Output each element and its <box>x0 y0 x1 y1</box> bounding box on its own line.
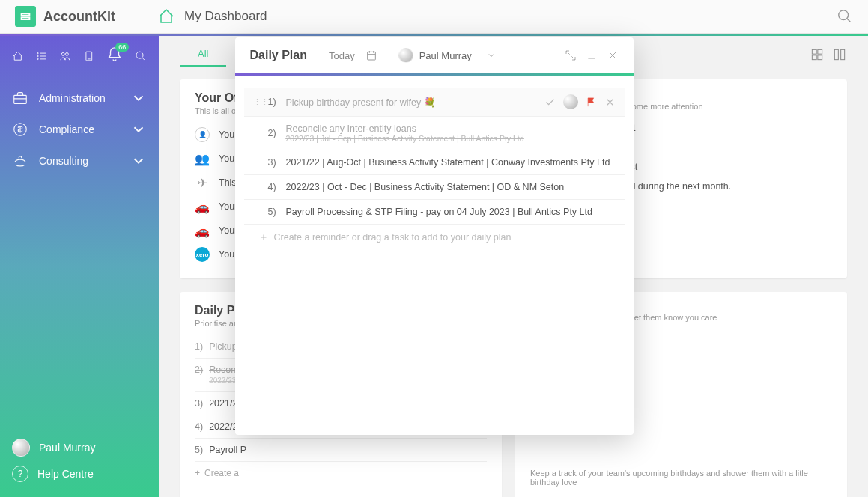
check-icon[interactable] <box>544 97 556 108</box>
chevron-down-icon <box>487 51 496 60</box>
avatar[interactable] <box>563 94 578 109</box>
modal-actions <box>565 49 619 61</box>
today-label[interactable]: Today <box>329 50 355 61</box>
close-icon[interactable] <box>604 97 616 108</box>
svg-line-34 <box>571 56 575 60</box>
modal-backdrop: Daily Plan Today Paul Murray ⋮⋮ 1) Picku… <box>0 0 868 497</box>
task-row[interactable]: 5) Payroll Processing & STP Filing - pay… <box>244 200 625 225</box>
flag-icon[interactable] <box>586 97 597 108</box>
drag-handle-icon[interactable]: ⋮⋮ <box>253 97 262 107</box>
modal-header: Daily Plan Today Paul Murray <box>235 37 634 73</box>
collapse-icon[interactable] <box>565 49 577 61</box>
task-row[interactable]: 3) 2021/22 | Aug-Oct | Business Activity… <box>244 150 625 175</box>
close-icon[interactable] <box>607 49 619 61</box>
task-row[interactable]: ⋮⋮ 1) Pickup birthday present for wifey … <box>244 88 625 117</box>
minimize-icon[interactable] <box>586 49 598 61</box>
create-reminder[interactable]: Create a reminder or drag a task to add … <box>244 225 625 250</box>
modal-body: ⋮⋮ 1) Pickup birthday present for wifey … <box>235 76 634 435</box>
daily-plan-modal: Daily Plan Today Paul Murray ⋮⋮ 1) Picku… <box>235 37 634 435</box>
plus-icon <box>259 233 268 242</box>
calendar-icon[interactable] <box>365 49 377 61</box>
svg-line-33 <box>566 51 570 55</box>
task-row[interactable]: 2) Reconcile any Inter-entity loans2022/… <box>244 117 625 150</box>
modal-title: Daily Plan <box>250 49 307 62</box>
user-name: Paul Murray <box>419 50 472 61</box>
avatar <box>398 48 413 63</box>
task-row[interactable]: 4) 2022/23 | Oct - Dec | Business Activi… <box>244 175 625 200</box>
user-selector[interactable]: Paul Murray <box>398 48 496 63</box>
svg-rect-29 <box>367 52 375 60</box>
divider <box>318 48 318 63</box>
